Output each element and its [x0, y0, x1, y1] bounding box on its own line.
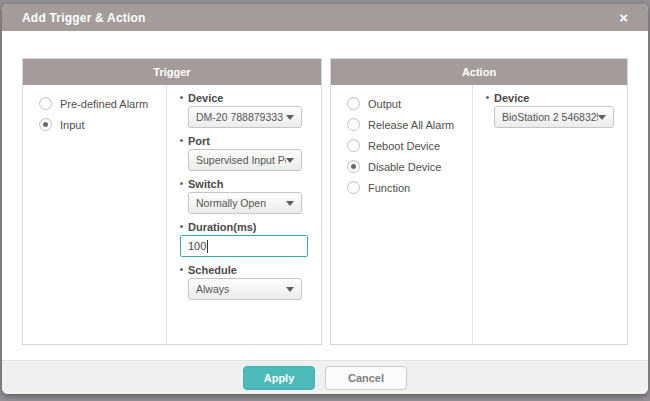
radio-icon — [347, 139, 360, 152]
trigger-device-dropdown[interactable]: DM-20 788879333 — [188, 106, 302, 128]
chevron-down-icon — [286, 115, 294, 120]
dropdown-value: BioStation 2 546832593 (... — [502, 111, 598, 123]
action-device-dropdown[interactable]: BioStation 2 546832593 (... — [494, 106, 614, 128]
field-label: Schedule — [188, 264, 237, 276]
duration-field: Duration(ms) 100 — [180, 218, 308, 257]
action-type-radio-group: Output Release All Alarm Reboot Device D… — [331, 85, 473, 344]
radio-reboot-device[interactable]: Reboot Device — [347, 135, 472, 156]
radio-pre-defined-alarm[interactable]: Pre-defined Alarm — [39, 93, 166, 114]
trigger-fields: Device DM-20 788879333 Port — [167, 85, 321, 344]
radio-disable-device[interactable]: Disable Device — [347, 156, 472, 177]
dialog-footer: Apply Cancel — [2, 360, 648, 394]
trigger-device-field: Device DM-20 788879333 — [180, 89, 308, 128]
switch-field: Switch Normally Open — [180, 175, 308, 214]
radio-function[interactable]: Function — [347, 177, 472, 198]
field-label: Port — [188, 135, 210, 147]
chevron-down-icon — [286, 287, 294, 292]
field-label: Duration(ms) — [188, 221, 256, 233]
switch-dropdown[interactable]: Normally Open — [188, 192, 302, 214]
text-caret — [207, 240, 208, 253]
port-field: Port Supervised Input Port 0 o... — [180, 132, 308, 171]
trigger-panel: Trigger Pre-defined Alarm Input — [22, 58, 322, 345]
bullet-icon — [180, 268, 183, 271]
duration-input[interactable]: 100 — [180, 235, 308, 257]
port-dropdown[interactable]: Supervised Input Port 0 o... — [188, 149, 302, 171]
radio-label: Disable Device — [368, 161, 441, 173]
radio-icon — [347, 160, 360, 173]
chevron-down-icon — [286, 201, 294, 206]
dialog-title: Add Trigger & Action — [22, 11, 146, 25]
dropdown-value: Normally Open — [196, 197, 286, 209]
radio-label: Pre-defined Alarm — [60, 98, 148, 110]
action-panel: Action Output Release All Alarm Reboot D… — [330, 58, 628, 345]
radio-label: Reboot Device — [368, 140, 440, 152]
cancel-button[interactable]: Cancel — [325, 366, 407, 390]
apply-button[interactable]: Apply — [243, 366, 315, 390]
radio-icon — [347, 118, 360, 131]
trigger-panel-header: Trigger — [23, 59, 321, 85]
schedule-dropdown[interactable]: Always — [188, 278, 302, 300]
bullet-icon — [180, 96, 183, 99]
bullet-icon — [180, 139, 183, 142]
field-label: Device — [494, 92, 529, 104]
close-icon[interactable]: × — [619, 10, 628, 25]
radio-icon — [39, 118, 52, 131]
chevron-down-icon — [286, 158, 294, 163]
bullet-icon — [180, 225, 183, 228]
schedule-field: Schedule Always — [180, 261, 308, 300]
radio-label: Output — [368, 98, 401, 110]
radio-icon — [39, 97, 52, 110]
radio-label: Release All Alarm — [368, 119, 454, 131]
chevron-down-icon — [598, 115, 606, 120]
radio-output[interactable]: Output — [347, 93, 472, 114]
add-trigger-action-dialog: Add Trigger & Action × Trigger Pre-defin… — [2, 4, 648, 394]
duration-value: 100 — [188, 240, 206, 252]
trigger-panel-body: Pre-defined Alarm Input Device — [23, 85, 321, 344]
action-device-field: Device BioStation 2 546832593 (... — [486, 89, 614, 128]
action-panel-body: Output Release All Alarm Reboot Device D… — [331, 85, 627, 344]
bullet-icon — [180, 182, 183, 185]
dropdown-value: Supervised Input Port 0 o... — [196, 154, 286, 166]
bullet-icon — [486, 96, 489, 99]
trigger-type-radio-group: Pre-defined Alarm Input — [23, 85, 167, 344]
field-label: Switch — [188, 178, 223, 190]
dropdown-value: Always — [196, 283, 286, 295]
field-label: Device — [188, 92, 223, 104]
radio-icon — [347, 97, 360, 110]
radio-label: Input — [60, 119, 84, 131]
radio-label: Function — [368, 182, 410, 194]
radio-input[interactable]: Input — [39, 114, 166, 135]
dialog-content: Trigger Pre-defined Alarm Input — [2, 31, 648, 345]
dialog-titlebar: Add Trigger & Action × — [2, 4, 648, 31]
dropdown-value: DM-20 788879333 — [196, 111, 286, 123]
action-fields: Device BioStation 2 546832593 (... — [473, 85, 627, 344]
radio-release-all-alarm[interactable]: Release All Alarm — [347, 114, 472, 135]
action-panel-header: Action — [331, 59, 627, 85]
radio-icon — [347, 181, 360, 194]
